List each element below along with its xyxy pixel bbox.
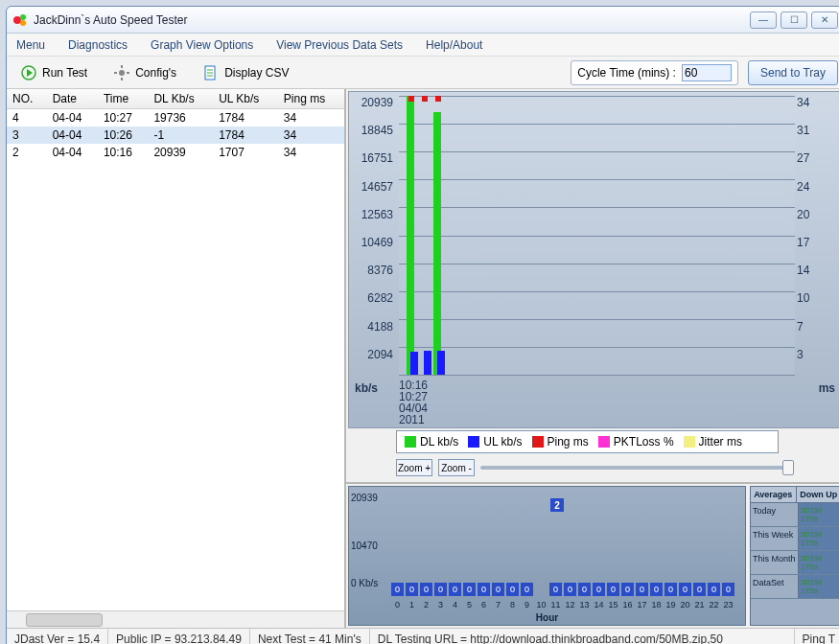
- gear-icon: [114, 65, 129, 80]
- status-next-test: Next Test = 41 Min's: [250, 629, 370, 644]
- dl-bar: [407, 96, 414, 375]
- run-test-button[interactable]: Run Test: [12, 60, 96, 85]
- y-tick-left: 16751: [351, 151, 393, 165]
- cycle-time-label: Cycle Time (mins) :: [577, 66, 676, 80]
- table-cell: 34: [278, 109, 344, 127]
- menu-graph-view[interactable]: Graph View Options: [147, 36, 257, 54]
- results-pane: NO.DateTimeDL Kb/sUL Kb/sPing ms 404-041…: [7, 89, 346, 628]
- y-tick-left: 6282: [351, 291, 393, 305]
- hour-tick: 12: [564, 600, 576, 610]
- zoom-in-button[interactable]: Zoom +: [396, 459, 432, 476]
- bottom-panel: 20939 10470 0 Kb/s 2 0000000000000000000…: [346, 482, 839, 628]
- statusbar: JDast Ver = 15.4 Public IP = 93.213.84.4…: [7, 628, 839, 644]
- hour-bar: 0: [406, 583, 418, 596]
- zoom-controls: Zoom + Zoom -: [346, 457, 839, 482]
- hour-bar: 0: [621, 583, 634, 596]
- legend-swatch: [598, 436, 610, 448]
- menu-help[interactable]: Help/About: [422, 36, 486, 54]
- y-tick-right: 7: [797, 320, 839, 334]
- svg-point-1: [20, 14, 26, 20]
- cycle-time-input[interactable]: [682, 64, 732, 81]
- hour-bar: 0: [549, 583, 562, 596]
- results-table-wrap[interactable]: NO.DateTimeDL Kb/sUL Kb/sPing ms 404-041…: [7, 89, 344, 610]
- zoom-slider-thumb[interactable]: [782, 460, 794, 475]
- table-cell: 3: [7, 126, 47, 144]
- chart-pane: 2093918845167511465712563104698376628241…: [346, 89, 839, 628]
- hourly-y-max: 20939: [351, 493, 378, 503]
- hour-tick: 19: [664, 600, 677, 610]
- column-header[interactable]: UL Kb/s: [213, 89, 278, 109]
- scrollbar-thumb[interactable]: [26, 613, 103, 627]
- ul-bar: [424, 351, 431, 375]
- averages-value: 20338 1758: [799, 575, 839, 598]
- menubar: Menu Diagnostics Graph View Options View…: [7, 34, 839, 57]
- table-row[interactable]: 204-0410:1620939170734: [7, 144, 344, 161]
- legend-item: Jitter ms: [684, 435, 742, 448]
- y-axis-left: 2093918845167511465712563104698376628241…: [351, 96, 397, 376]
- app-window: JackDinn`s Auto Speed Tester — ☐ ✕ Menu …: [6, 6, 839, 644]
- menu-diagnostics[interactable]: Diagnostics: [64, 36, 131, 54]
- table-cell: 1784: [213, 126, 278, 144]
- hour-tick: 0: [391, 600, 404, 610]
- window-controls: — ☐ ✕: [750, 12, 838, 29]
- averages-row: This Week20338 1758: [751, 527, 839, 551]
- titlebar: JackDinn`s Auto Speed Tester — ☐ ✕: [7, 7, 839, 34]
- chart-legend: DL kb/sUL kb/sPing msPKTLoss %Jitter ms: [396, 430, 779, 453]
- menu-menu[interactable]: Menu: [12, 36, 49, 54]
- minimize-button[interactable]: —: [750, 12, 777, 29]
- column-header[interactable]: Time: [98, 89, 148, 109]
- menu-previous-data[interactable]: View Previous Data Sets: [272, 36, 407, 54]
- maximize-button[interactable]: ☐: [781, 12, 807, 29]
- close-button[interactable]: ✕: [811, 12, 838, 29]
- hourly-y-mid: 10470: [351, 540, 378, 551]
- configs-button[interactable]: Config's: [105, 60, 185, 85]
- display-csv-button[interactable]: Display CSV: [195, 60, 297, 85]
- column-header[interactable]: DL Kb/s: [148, 89, 213, 109]
- column-header[interactable]: NO.: [7, 89, 47, 109]
- hourly-chart[interactable]: 20939 10470 0 Kb/s 2 0000000000000000000…: [348, 486, 746, 626]
- ping-marker: [422, 96, 428, 102]
- legend-item: Ping ms: [532, 435, 589, 448]
- table-cell: 2: [7, 144, 47, 161]
- y-tick-right: 3: [797, 348, 839, 361]
- results-table: NO.DateTimeDL Kb/sUL Kb/sPing ms 404-041…: [7, 89, 344, 161]
- legend-swatch: [468, 436, 479, 448]
- table-cell: 10:16: [98, 144, 148, 161]
- table-row[interactable]: 304-0410:26-1178434: [7, 126, 344, 144]
- toolbar: Run Test Config's Display CSV Cycle Time…: [7, 57, 839, 89]
- legend-label: Ping ms: [548, 435, 589, 448]
- zoom-slider[interactable]: [480, 466, 794, 470]
- send-to-tray-button[interactable]: Send to Tray: [748, 60, 838, 85]
- column-header[interactable]: Date: [47, 89, 98, 109]
- horizontal-scrollbar[interactable]: [7, 610, 344, 628]
- hourly-y-min: 0 Kb/s: [351, 578, 378, 588]
- y-tick-right: 27: [797, 151, 839, 165]
- hour-bar: 0: [463, 583, 476, 596]
- hour-tick: 13: [578, 600, 591, 610]
- hour-tick: 10: [535, 600, 548, 610]
- zoom-out-button[interactable]: Zoom -: [438, 459, 475, 476]
- configs-label: Config's: [135, 66, 176, 80]
- legend-label: PKTLoss %: [614, 435, 674, 448]
- y-tick-right: 14: [797, 264, 839, 277]
- column-header[interactable]: Ping ms: [278, 89, 344, 109]
- table-row[interactable]: 404-0410:2719736178434: [7, 109, 344, 127]
- hour-tick: 17: [636, 600, 648, 610]
- status-ping: Ping T: [795, 629, 839, 644]
- y-axis-right: 343127242017141073: [793, 96, 839, 376]
- hour-tick: 15: [607, 600, 619, 610]
- hour-bar: 0: [607, 583, 619, 596]
- hour-tick: 6: [478, 600, 490, 610]
- legend-swatch: [684, 436, 695, 448]
- chart-plot-area[interactable]: [399, 96, 795, 376]
- hour-tick: 22: [708, 600, 720, 610]
- averages-row: Today20338 1758: [751, 503, 839, 527]
- hour-bar: 0: [636, 583, 648, 596]
- ping-marker: [408, 96, 414, 102]
- table-cell: 10:26: [98, 126, 148, 144]
- table-cell: 04-04: [47, 126, 98, 144]
- averages-value: 20338 1758: [799, 503, 839, 526]
- main-chart[interactable]: 2093918845167511465712563104698376628241…: [348, 91, 839, 428]
- run-test-label: Run Test: [42, 66, 87, 80]
- hour-tick: 14: [593, 600, 605, 610]
